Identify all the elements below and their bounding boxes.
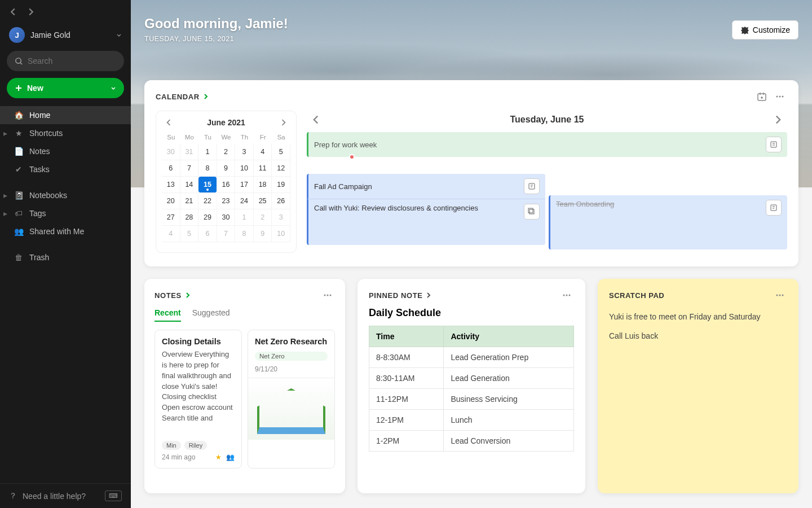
calendar-day[interactable]: 7: [217, 226, 236, 242]
calendar-day[interactable]: 9: [217, 160, 236, 177]
calendar-day[interactable]: 31: [180, 144, 199, 160]
calendar-day[interactable]: 29: [198, 209, 217, 226]
calendar-day[interactable]: 24: [235, 193, 254, 209]
sidebar-item-shortcuts[interactable]: ▸★Shortcuts: [0, 124, 131, 142]
calendar-day[interactable]: 3: [235, 144, 254, 160]
month-next-icon[interactable]: [280, 119, 287, 126]
calendar-day[interactable]: 5: [272, 144, 290, 160]
event-call[interactable]: Call with Yuki: Review disclosures & con…: [307, 199, 545, 245]
user-menu[interactable]: J Jamie Gold: [0, 24, 131, 51]
sidebar-item-notebooks[interactable]: ▸📓Notebooks: [0, 186, 131, 204]
calendar-day[interactable]: 17: [235, 177, 254, 193]
calendar-day[interactable]: 2: [254, 209, 272, 226]
linked-note-icon[interactable]: [766, 137, 782, 152]
calendar-day[interactable]: 20: [162, 193, 180, 209]
help-footer[interactable]: ？ Need a little help? ⌨: [0, 483, 131, 508]
calendar-day[interactable]: 5: [180, 226, 199, 242]
nav-forward-icon[interactable]: [27, 8, 35, 16]
calendar-day[interactable]: 30: [162, 144, 180, 160]
sidebar-item-home[interactable]: 🏠Home: [0, 106, 131, 124]
calendar-day[interactable]: 28: [180, 209, 199, 226]
svg-point-4: [782, 96, 784, 98]
more-icon[interactable]: [773, 288, 787, 303]
calendar-day[interactable]: 8: [235, 226, 254, 242]
notebook-icon: 📓: [14, 191, 24, 200]
day-next-icon[interactable]: [771, 113, 785, 126]
sidebar-item-notes[interactable]: 📄Notes: [0, 142, 131, 160]
caret-icon: ▸: [3, 129, 10, 138]
event-fall[interactable]: Fall Ad Campaign: [307, 174, 545, 199]
pinned-note-widget: PINNED NOTE Daily Schedule TimeActivity …: [358, 279, 585, 493]
svg-point-18: [782, 295, 784, 296]
linked-note-icon[interactable]: [524, 178, 540, 194]
search-box[interactable]: [7, 51, 124, 71]
calendar-day[interactable]: 25: [254, 193, 272, 209]
calendar-day[interactable]: 7: [180, 160, 199, 177]
chevron-right-icon[interactable]: [185, 292, 191, 298]
calendar-day[interactable]: 1: [235, 209, 254, 226]
sidebar-item-tags[interactable]: ▸🏷Tags: [0, 204, 131, 222]
event-label: Fall Ad Campaign: [314, 182, 372, 191]
calendar-day[interactable]: 6: [198, 226, 217, 242]
avatar: J: [9, 27, 25, 43]
note-title: Closing Details: [162, 337, 235, 346]
calendar-day[interactable]: 10: [272, 226, 290, 242]
calendar-day[interactable]: 3: [272, 209, 290, 226]
note-card-netzero[interactable]: Net Zero Research Net Zero 9/11/20: [248, 330, 335, 468]
calendar-day[interactable]: 9: [254, 226, 272, 242]
widget-title: CALENDAR: [156, 93, 200, 101]
calendar-day[interactable]: 13: [162, 177, 180, 193]
tab-recent[interactable]: Recent: [155, 308, 181, 322]
calendar-day[interactable]: 30: [217, 209, 236, 226]
calendar-day[interactable]: 10: [235, 160, 254, 177]
calendar-day[interactable]: 4: [162, 226, 180, 242]
calendar-day[interactable]: 8: [198, 160, 217, 177]
calendar-day[interactable]: 1: [198, 144, 217, 160]
tab-suggested[interactable]: Suggested: [192, 308, 230, 322]
event-label: Team Onboarding: [556, 200, 614, 208]
pinned-heading: Daily Schedule: [369, 307, 574, 319]
calendar-day[interactable]: 18: [254, 177, 272, 193]
linked-note-icon[interactable]: [524, 204, 540, 220]
note-tag: Net Zero: [255, 352, 328, 361]
note-card-closing[interactable]: Closing Details Overview Everything is h…: [155, 330, 242, 468]
customize-button[interactable]: Customize: [732, 20, 798, 40]
calendar-day[interactable]: 11: [254, 160, 272, 177]
calendar-day[interactable]: 4: [254, 144, 272, 160]
table-row: 1-2PMLead Conversion: [369, 431, 574, 452]
more-icon[interactable]: [559, 288, 574, 303]
customize-label: Customize: [753, 25, 790, 34]
month-prev-icon[interactable]: [165, 119, 172, 126]
day-prev-icon[interactable]: [309, 113, 323, 126]
new-button[interactable]: New: [7, 78, 124, 98]
chevron-right-icon[interactable]: [426, 292, 431, 298]
nav-back-icon[interactable]: [9, 8, 17, 16]
search-input[interactable]: [28, 56, 126, 65]
plus-icon: [15, 84, 23, 92]
calendar-day[interactable]: 22: [198, 193, 217, 209]
calendar-day[interactable]: 14: [180, 177, 199, 193]
calendar-day[interactable]: 27: [162, 209, 180, 226]
calendar-day[interactable]: 2: [217, 144, 236, 160]
calendar-day[interactable]: 15: [198, 177, 217, 193]
linked-note-icon[interactable]: [766, 200, 782, 216]
mini-calendar: June 2021 SuMoTuWeThFrSa3031123456789101…: [156, 111, 297, 253]
calendar-day[interactable]: 21: [180, 193, 199, 209]
sidebar-item-trash[interactable]: 🗑Trash: [0, 248, 131, 266]
event-prep[interactable]: Prep for work week: [307, 132, 787, 157]
sidebar-item-shared[interactable]: 👥Shared with Me: [0, 222, 131, 240]
more-icon[interactable]: [773, 89, 787, 104]
calendar-day[interactable]: 19: [272, 177, 290, 193]
calendar-day[interactable]: 6: [162, 160, 180, 177]
chevron-right-icon[interactable]: [203, 94, 209, 99]
calendar-add-icon[interactable]: [754, 89, 769, 104]
note-title: Net Zero Research: [255, 337, 328, 346]
scratch-content[interactable]: Yuki is free to meet on Friday and Satur…: [609, 310, 787, 343]
calendar-day[interactable]: 16: [217, 177, 236, 193]
calendar-day[interactable]: 23: [217, 193, 236, 209]
sidebar-item-tasks[interactable]: ✔Tasks: [0, 160, 131, 178]
calendar-day[interactable]: 12: [272, 160, 290, 177]
calendar-day[interactable]: 26: [272, 193, 290, 209]
more-icon[interactable]: [320, 288, 335, 303]
event-onboarding[interactable]: Team Onboarding: [549, 195, 787, 249]
